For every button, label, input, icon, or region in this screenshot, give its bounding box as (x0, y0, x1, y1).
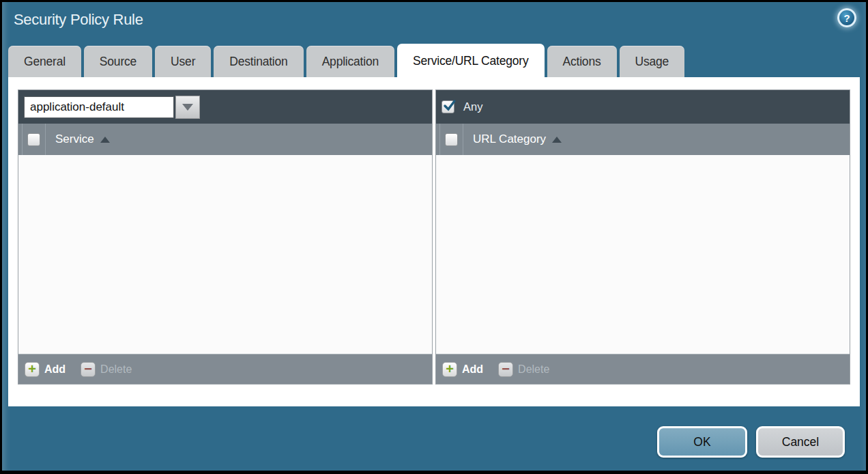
any-checkbox[interactable] (442, 100, 454, 113)
tab-actions[interactable]: Actions (547, 46, 617, 77)
service-column-label: Service (55, 133, 94, 146)
service-select-all-checkbox[interactable] (27, 133, 40, 146)
dialog-content: application-default Service (8, 77, 860, 406)
service-list (18, 155, 432, 354)
security-policy-rule-dialog: Security Policy Rule ? General Source Us… (2, 2, 866, 471)
service-panel: application-default Service (18, 89, 433, 385)
add-button-label[interactable]: Add (462, 363, 483, 376)
service-column-header[interactable]: Service (18, 124, 432, 155)
delete-button-label[interactable]: Delete (100, 363, 132, 376)
tab-usage[interactable]: Usage (620, 46, 685, 77)
question-mark-glyph: ? (843, 13, 850, 23)
service-panel-footer: + Add − Delete (18, 354, 432, 384)
url-category-list (436, 155, 850, 354)
sort-ascending-icon[interactable] (552, 137, 562, 143)
help-icon[interactable]: ? (837, 8, 856, 27)
url-category-panel-toolbar: Any (436, 90, 850, 124)
tab-source[interactable]: Source (84, 46, 152, 77)
ok-button[interactable]: OK (657, 426, 747, 458)
panels-container: application-default Service (18, 89, 850, 385)
url-category-select-all-checkbox[interactable] (445, 133, 458, 146)
tab-service-url-category[interactable]: Service/URL Category (397, 44, 544, 78)
add-icon[interactable]: + (442, 362, 457, 377)
tab-user[interactable]: User (155, 46, 211, 77)
service-select-all-cell (22, 124, 46, 155)
delete-button-label[interactable]: Delete (518, 363, 549, 376)
url-category-panel: Any URL Category + Add (435, 89, 850, 385)
dropdown-arrow-button[interactable] (175, 96, 200, 119)
tab-general[interactable]: General (8, 46, 81, 77)
service-type-dropdown[interactable]: application-default (24, 96, 200, 119)
tab-application[interactable]: Application (306, 46, 394, 77)
url-category-column-label: URL Category (473, 133, 546, 146)
screen: Security Policy Rule ? General Source Us… (0, 0, 868, 474)
add-icon[interactable]: + (25, 362, 40, 377)
chevron-down-icon (182, 104, 193, 111)
dialog-title: Security Policy Rule (14, 11, 143, 29)
delete-icon[interactable]: − (81, 362, 96, 377)
url-category-select-all-cell (439, 124, 463, 155)
any-checkbox-label[interactable]: Any (463, 100, 482, 113)
tab-bar: General Source User Destination Applicat… (8, 44, 860, 77)
checkmark-icon (443, 99, 457, 113)
sort-ascending-icon[interactable] (100, 137, 110, 143)
service-panel-toolbar: application-default (18, 90, 432, 124)
tab-destination[interactable]: Destination (214, 46, 303, 77)
service-type-dropdown-value[interactable]: application-default (24, 96, 174, 118)
delete-icon[interactable]: − (498, 362, 513, 377)
add-button-label[interactable]: Add (44, 363, 66, 376)
cancel-button[interactable]: Cancel (756, 426, 845, 458)
url-category-column-header[interactable]: URL Category (436, 124, 850, 155)
url-category-panel-footer: + Add − Delete (436, 354, 850, 384)
